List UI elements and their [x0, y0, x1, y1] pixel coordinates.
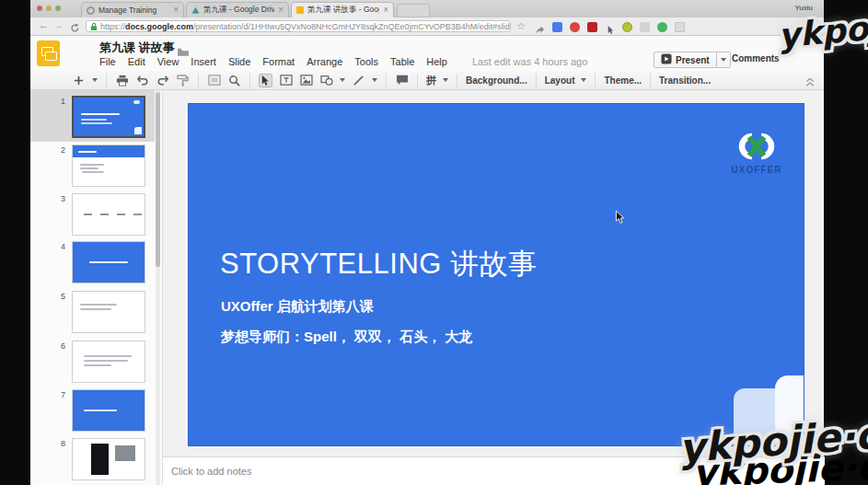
toolbar-separator [650, 74, 651, 87]
new-slide-dropdown-icon[interactable] [92, 78, 98, 82]
pointer-extension-icon[interactable] [605, 22, 615, 32]
layout-dropdown-icon[interactable] [581, 78, 586, 82]
slide-title-text[interactable]: STORYTELLING 讲故事 [220, 245, 538, 283]
toolbar: 拼 Background... Layout Theme... Transiti… [30, 71, 824, 90]
clock-extension-icon[interactable] [622, 22, 632, 32]
new-tab-button[interactable] [397, 4, 430, 17]
reload-button[interactable] [70, 20, 80, 37]
url-scheme: https:// [100, 22, 125, 31]
insert-image-button[interactable] [299, 74, 313, 87]
tab-manage-training[interactable]: Manage Training × [81, 2, 184, 17]
line-dropdown-icon[interactable] [372, 78, 377, 82]
red-badge-extension-icon[interactable] [570, 22, 580, 32]
slide-thumbnail-1[interactable] [72, 96, 145, 138]
slide-thumbnail-7[interactable] [72, 389, 145, 432]
tab-google-slides[interactable]: 第九课 讲故事 - Google Sli × [291, 2, 394, 17]
address-field[interactable]: https://docs.google.com/presentation/d/1… [86, 20, 511, 32]
slide-thumbnail-8[interactable] [72, 438, 145, 480]
toolbar-separator [457, 74, 457, 87]
close-tab-icon[interactable]: × [173, 6, 179, 15]
redo-button[interactable] [156, 74, 169, 87]
menu-file[interactable]: File [99, 56, 116, 67]
menu-insert[interactable]: Insert [191, 56, 216, 67]
slide-number: 8 [52, 439, 65, 448]
google-slides-logo[interactable] [37, 40, 60, 66]
present-play-icon [661, 53, 672, 66]
extension-tab-icon [87, 6, 95, 15]
shape-dropdown-icon[interactable] [340, 78, 345, 82]
close-tab-icon[interactable]: × [383, 6, 388, 15]
slide-thumbnail-3[interactable] [72, 193, 145, 236]
docs-header: 第九课 讲故事 File Edit View Insert Slide Form… [30, 36, 824, 71]
insert-comment-button[interactable] [395, 74, 409, 87]
current-slide[interactable]: UXOFFER STORYTELLING 讲故事 UXOffer 启航计划第八课… [188, 103, 804, 446]
slide-thumbnail-4[interactable] [72, 241, 145, 283]
menu-view[interactable]: View [157, 56, 179, 67]
slide-thumbnail-6[interactable] [72, 341, 145, 383]
layout-button[interactable]: Layout [545, 75, 575, 86]
select-tool-button[interactable] [259, 74, 272, 87]
slide-number: 6 [52, 341, 65, 351]
slide-number: 5 [52, 292, 65, 301]
new-slide-button[interactable] [72, 74, 86, 87]
menu-table[interactable]: Table [390, 56, 414, 67]
toolbar-separator [595, 74, 596, 87]
uxoffer-logo-text: UXOFFER [731, 165, 782, 175]
document-title[interactable]: 第九课 讲故事 [99, 40, 175, 56]
background-button[interactable]: Background... [466, 75, 527, 86]
close-window-button[interactable] [37, 6, 42, 11]
tab-bar: Manage Training × 第九课 - Google Drive × 第… [30, 0, 824, 18]
present-button[interactable]: Present [654, 52, 717, 68]
insert-line-button[interactable] [352, 74, 365, 87]
scrollbar-thumb[interactable] [156, 92, 160, 267]
slide-thumbnail-5[interactable] [72, 291, 145, 333]
menu-help[interactable]: Help [426, 56, 447, 67]
undo-button[interactable] [135, 74, 149, 87]
menu-edit[interactable]: Edit [128, 56, 145, 67]
paint-format-button[interactable] [176, 74, 190, 87]
toolbar-separator [536, 74, 537, 87]
zoom-fit-button[interactable] [207, 74, 221, 87]
browser-window: Manage Training × 第九课 - Google Drive × 第… [30, 0, 824, 485]
url-path: /presentation/d/1HHIwu5QVxNo8NHcGmHJY8sq… [193, 22, 511, 31]
minimize-window-button[interactable] [46, 6, 52, 11]
theme-button[interactable]: Theme... [604, 75, 642, 86]
input-method-dropdown-icon[interactable] [443, 78, 448, 82]
print-button[interactable] [115, 74, 129, 87]
transition-button[interactable]: Transition... [659, 75, 711, 86]
zoom-window-button[interactable] [55, 6, 61, 11]
comments-button[interactable]: Comments [732, 53, 780, 64]
share-extension-icon[interactable] [535, 22, 545, 32]
present-dropdown-button[interactable] [717, 52, 731, 68]
notes-placeholder[interactable]: Click to add notes [171, 466, 251, 477]
tab-google-drive[interactable]: 第九课 - Google Drive × [186, 2, 289, 17]
menu-arrange[interactable]: Arrange [307, 56, 342, 67]
menu-slide[interactable]: Slide [228, 56, 250, 67]
bookmark-star-icon[interactable]: ☆ [516, 20, 526, 32]
input-method-button[interactable]: 拼 [426, 74, 436, 87]
close-tab-icon[interactable]: × [278, 6, 284, 15]
slide-thumbnail-2[interactable] [72, 144, 145, 187]
toolbar-separator [386, 74, 387, 87]
forward-button[interactable]: → [53, 19, 64, 30]
collapse-toolbar-button[interactable] [805, 75, 815, 91]
uxoffer-logo: UXOFFER [731, 130, 782, 175]
back-button[interactable]: ← [39, 19, 49, 30]
pinterest-extension-icon[interactable] [587, 22, 597, 32]
slide-subtitle-text[interactable]: UXOffer 启航计划第八课 [221, 298, 374, 316]
filmstrip-scrollbar[interactable] [156, 90, 160, 485]
insert-shape-button[interactable] [319, 74, 333, 87]
evernote-extension-icon[interactable] [657, 22, 667, 32]
menu-tools[interactable]: Tools [354, 56, 378, 67]
last-edit-status[interactable]: Last edit was 4 hours ago [472, 56, 587, 67]
translate-extension-icon[interactable] [552, 22, 562, 32]
menu-format[interactable]: Format [262, 56, 295, 67]
notes-extension-icon[interactable] [675, 22, 685, 32]
toolbar-separator [106, 74, 107, 87]
zoom-button[interactable] [227, 74, 241, 87]
chevron-down-icon [721, 58, 726, 62]
slide-mentors-text[interactable]: 梦想导师们：Spell， 双双， 石头， 大龙 [221, 329, 472, 346]
page-extension-icon[interactable] [640, 22, 650, 32]
text-box-button[interactable] [279, 74, 293, 87]
browser-profile-name[interactable]: Yuxiu [794, 4, 813, 12]
